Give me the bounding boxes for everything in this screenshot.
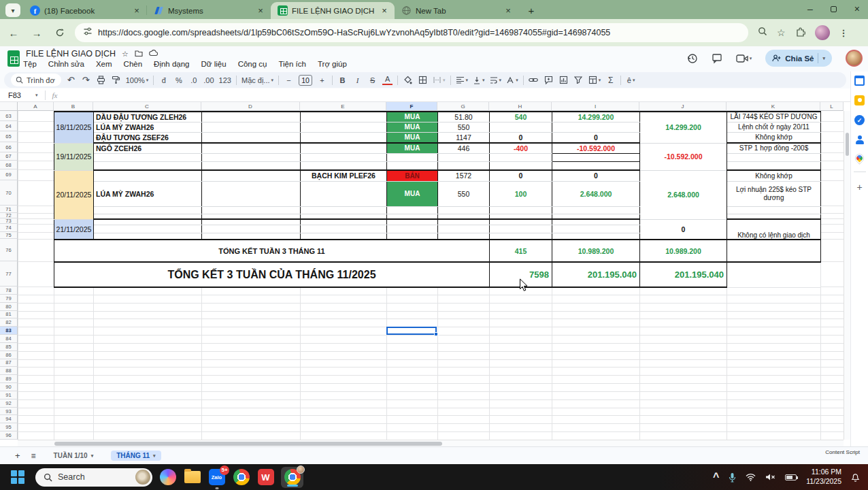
tab-close-icon[interactable]: × [132,5,141,16]
cell[interactable] [387,219,438,225]
cell-B63-date[interactable]: 18/11/2025 [54,112,94,143]
row-header-89[interactable]: 89 [0,375,18,383]
bold-button[interactable]: B [337,76,348,84]
cell[interactable] [387,233,438,240]
cell[interactable] [552,153,640,161]
column-header-K[interactable]: K [727,102,820,111]
cell[interactable] [202,132,301,143]
table-views-icon[interactable]: ▾ [588,76,601,84]
vertical-align-icon[interactable]: ▾ [473,76,485,84]
cell[interactable] [727,153,821,161]
cell[interactable] [490,233,552,240]
undo-icon[interactable]: ↶ [66,75,76,85]
cell[interactable] [301,161,387,170]
name-box-dropdown-icon[interactable]: ▾ [35,93,38,98]
row-header-83[interactable]: 83 [0,327,18,335]
cell-J77-month-total[interactable]: 201.195.040 [640,262,727,287]
text-rotation-icon[interactable]: ▾ [506,76,518,84]
cell[interactable] [202,181,301,206]
cell[interactable] [94,214,202,219]
cell-F63-side[interactable]: MUA [387,112,438,122]
browser-menu-kebab-icon[interactable]: ⋮ [839,28,848,38]
row-header-74[interactable]: 74 [0,224,18,232]
italic-button[interactable]: I [352,76,363,84]
name-box[interactable]: F83 [0,91,35,99]
sheet-tab-thang11-active[interactable]: THÁNG 11▾ [111,451,161,461]
cell-J76-week-total[interactable]: 10.989.200 [640,240,727,262]
decrease-font-size-button[interactable]: − [284,76,294,84]
decrease-decimals-button[interactable]: .0 [188,76,199,84]
video-call-icon[interactable]: ▾ [736,54,752,63]
cell[interactable] [94,219,202,225]
account-avatar[interactable] [846,50,863,67]
row-header-88[interactable]: 88 [0,367,18,375]
row-header-90[interactable]: 90 [0,383,18,391]
start-button-icon[interactable] [11,470,24,484]
zalo-icon[interactable]: Zalo5+ [207,468,226,487]
row-header-66[interactable]: 66 [0,142,18,152]
cell-J66-total[interactable]: -10.592.000 [640,143,727,170]
cell[interactable] [301,219,387,225]
cell[interactable] [202,170,301,181]
column-header-D[interactable]: D [201,102,300,111]
row-header-77[interactable]: 77 [0,261,18,287]
menu-tro-giup[interactable]: Trợ giúp [318,60,347,68]
cell[interactable] [202,112,301,122]
selected-cell-F83[interactable] [386,327,437,335]
row-header-92[interactable]: 92 [0,399,18,408]
cell[interactable] [438,161,490,170]
column-header-H[interactable]: H [489,102,552,111]
cell[interactable] [301,233,387,240]
insert-comment-icon[interactable] [544,76,554,84]
cell-I65-amount[interactable]: 0 [552,132,640,143]
volume-muted-icon[interactable] [765,473,775,481]
cell[interactable] [202,206,301,214]
cell[interactable] [301,143,387,153]
row-header-78[interactable]: 78 [0,287,18,295]
format-currency-button[interactable]: đ [158,76,169,84]
cell-K70-note[interactable]: Lợi nhuận 225$ kéo STP dương [727,181,821,206]
cell-K69-note[interactable]: Không khớp [727,170,821,181]
cell[interactable] [94,233,202,240]
chrome-icon[interactable] [232,468,250,487]
row-header-81[interactable]: 81 [0,311,18,319]
cell-B66-date[interactable]: 19/11/2025 [54,143,94,170]
create-filter-icon[interactable] [573,76,584,84]
cell[interactable] [438,214,490,219]
font-select[interactable]: Mặc đị...▾ [241,76,273,84]
comment-history-icon[interactable] [712,53,722,64]
cell[interactable] [202,225,301,233]
fill-color-icon[interactable] [403,76,413,84]
redo-icon[interactable]: ↷ [81,75,91,85]
cell[interactable] [552,122,640,132]
cell-C65-instrument[interactable]: ĐẬU TƯƠNG ZSEF26 [94,132,202,143]
cell[interactable] [387,206,438,214]
cell-C63-instrument[interactable]: DẦU ĐẬU TƯƠNG ZLEH26 [94,112,202,122]
cell[interactable] [490,225,552,233]
browser-tab-msystems[interactable]: Msystems × [147,2,271,19]
cell[interactable] [94,170,202,181]
cell-I76-week-amount[interactable]: 10.989.200 [552,240,640,262]
strikethrough-button[interactable]: S [367,76,378,84]
cell[interactable] [301,153,387,161]
cell-I63-amount[interactable]: 14.299.200 [552,112,640,122]
menu-xem[interactable]: Xem [96,60,112,68]
cell[interactable] [202,122,301,132]
window-minimize-icon[interactable]: – [807,3,813,14]
row-header-79[interactable]: 79 [0,295,18,303]
cell[interactable] [301,225,387,233]
row-header-70[interactable]: 70 [0,180,18,206]
menu-chinh-sua[interactable]: Chỉnh sửa [48,60,84,68]
notification-bell-icon[interactable] [851,472,860,482]
url-bar[interactable]: https://docs.google.com/spreadsheets/d/1… [75,23,748,42]
row-header-93[interactable]: 93 [0,408,18,416]
menu-tep[interactable]: Tệp [23,60,37,68]
row-header-95[interactable]: 95 [0,423,18,431]
cell-G70-price[interactable]: 550 [438,181,490,206]
back-icon[interactable]: ← [4,23,23,42]
paint-format-icon[interactable] [111,76,121,84]
cell[interactable] [727,161,821,170]
cell[interactable] [727,240,821,262]
menu-du-lieu[interactable]: Dữ liệu [201,60,227,68]
column-header-L[interactable]: L [820,102,844,111]
